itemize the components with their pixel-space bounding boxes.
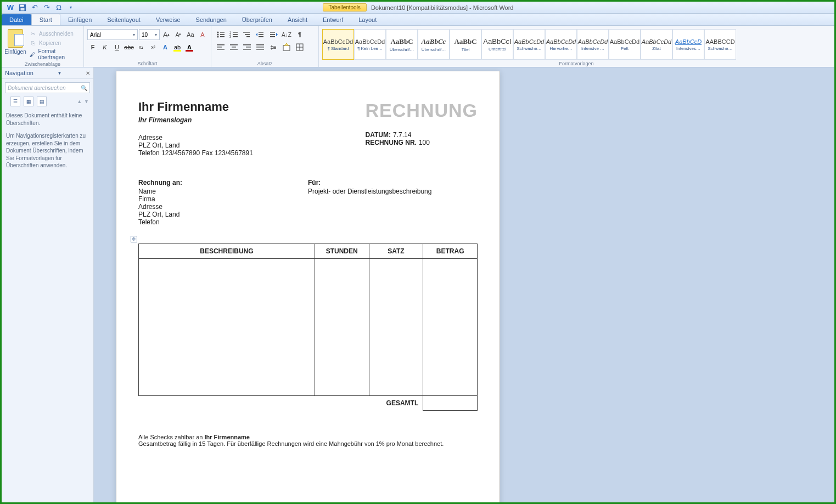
invoice-table[interactable]: ✥ BESCHREIBUNG STUNDEN SATZ BETRAG	[138, 243, 478, 411]
col-rate[interactable]: SATZ	[369, 244, 423, 259]
tab-mailings[interactable]: Sendungen	[188, 14, 234, 25]
align-left-button[interactable]	[215, 42, 227, 53]
for-block[interactable]: Für: Projekt- oder Dienstleistungsbeschr…	[308, 179, 478, 226]
symbol-button[interactable]: Ω	[53, 3, 64, 13]
style-name: Titel	[462, 47, 470, 52]
bullets-button[interactable]	[215, 29, 227, 40]
line-spacing-button[interactable]: ‡≡	[267, 42, 279, 53]
company-slogan[interactable]: Ihr Firmenslogan	[138, 116, 253, 124]
copy-button[interactable]: ⎘ Kopieren	[28, 38, 80, 47]
clear-formatting-button[interactable]: A	[197, 29, 208, 40]
save-button[interactable]	[17, 3, 28, 13]
cell-hours[interactable]	[315, 259, 369, 396]
table-move-handle-icon[interactable]: ✥	[131, 236, 137, 242]
borders-button[interactable]	[294, 42, 306, 53]
nav-prev-icon[interactable]: ▲	[77, 99, 82, 104]
invoice-meta[interactable]: DATUM: 7.7.14 RECHNUNG NR. 100	[366, 131, 478, 146]
cut-button[interactable]: ✂ Ausschneiden	[28, 29, 80, 38]
sort-button[interactable]: A↓Z	[280, 29, 293, 40]
company-name[interactable]: Ihr Firmenname	[138, 100, 253, 114]
col-amount[interactable]: BETRAG	[423, 244, 478, 259]
svg-rect-10	[233, 32, 238, 33]
bold-button[interactable]: F	[87, 42, 98, 53]
style-item-3[interactable]: AaBbCcÜberschrif…	[418, 29, 450, 60]
qat-customize-button[interactable]: ▾	[65, 3, 76, 13]
font-size-combo[interactable]: 10▾	[139, 29, 160, 40]
styles-gallery[interactable]: AaBbCcDd¶ StandardAaBbCcDd¶ Kein Lee…AaB…	[322, 27, 831, 60]
cell-amount[interactable]	[423, 259, 478, 396]
tab-references[interactable]: Verweise	[148, 14, 188, 25]
superscript-button[interactable]: x²	[148, 42, 159, 53]
increase-indent-button[interactable]	[267, 29, 279, 40]
cell-description[interactable]	[139, 259, 315, 396]
total-label[interactable]: GESAMTL	[369, 396, 423, 411]
style-item-8[interactable]: AaBbCcDdIntensive …	[577, 29, 609, 60]
grow-font-button[interactable]: A▴	[161, 29, 172, 40]
style-item-10[interactable]: AaBbCcDdZitat	[641, 29, 672, 60]
numbering-button[interactable]: 123	[228, 29, 240, 40]
cell-rate[interactable]	[369, 259, 423, 396]
format-painter-button[interactable]: 🖌 Format übertragen	[28, 48, 80, 61]
nav-next-icon[interactable]: ▼	[84, 99, 89, 104]
paste-button[interactable]: Einfügen	[5, 29, 26, 55]
nav-dropdown-icon[interactable]: ▼	[58, 71, 62, 76]
tab-layout[interactable]: Layout	[351, 14, 384, 25]
nav-search-input[interactable]: Dokument durchsuchen 🔍	[5, 82, 90, 93]
shrink-font-button[interactable]: A▾	[173, 29, 184, 40]
subscript-button[interactable]: x₂	[136, 42, 147, 53]
company-address[interactable]: Adresse PLZ Ort, Land Telefon 123/456789…	[138, 134, 253, 157]
col-hours[interactable]: STUNDEN	[315, 244, 369, 259]
style-item-12[interactable]: AABBCCDSchwache…	[704, 29, 736, 60]
nav-tab-pages[interactable]: ▦	[24, 97, 33, 106]
total-value[interactable]	[423, 396, 478, 411]
style-name: Untertitel	[489, 47, 506, 52]
decrease-indent-button[interactable]	[254, 29, 266, 40]
word-icon[interactable]: W	[5, 3, 16, 13]
group-styles: AaBbCcDd¶ StandardAaBbCcDd¶ Kein Lee…AaB…	[319, 26, 834, 67]
highlight-button[interactable]: ab	[172, 42, 183, 53]
style-item-5[interactable]: AaBbCcIUntertitel	[481, 29, 513, 60]
align-center-button[interactable]	[228, 42, 240, 53]
shading-button[interactable]	[280, 42, 293, 53]
style-item-7[interactable]: AaBbCcDdHervorhe…	[545, 29, 577, 60]
font-name-combo[interactable]: Arial▾	[87, 29, 138, 40]
align-right-button[interactable]	[241, 42, 253, 53]
tab-file[interactable]: Datei	[2, 14, 31, 25]
invoice-footer[interactable]: Alle Schecks zahlbar an Ihr Firmenname G…	[138, 434, 478, 447]
tab-design[interactable]: Entwurf	[315, 14, 351, 25]
style-item-4[interactable]: AaBbCTitel	[450, 29, 481, 60]
nav-close-button[interactable]: ✕	[86, 70, 90, 76]
style-item-2[interactable]: AaBbCÜberschrif…	[386, 29, 418, 60]
multilevel-list-button[interactable]	[241, 29, 253, 40]
page[interactable]: Ihr Firmenname Ihr Firmenslogan Adresse …	[116, 71, 500, 502]
change-case-button[interactable]: Aa	[185, 29, 196, 40]
style-item-11[interactable]: AaBbCcDIntensives…	[672, 29, 704, 60]
style-item-0[interactable]: AaBbCcDd¶ Standard	[322, 29, 354, 60]
underline-button[interactable]: U	[111, 42, 122, 53]
nav-tab-results[interactable]: ▤	[37, 97, 47, 106]
style-item-6[interactable]: AaBbCcDdSchwache…	[513, 29, 545, 60]
nav-tab-headings[interactable]: ☰	[10, 97, 20, 106]
text-effects-button[interactable]: A	[160, 42, 171, 53]
style-item-9[interactable]: AaBbCcDdFett	[609, 29, 641, 60]
redo-button[interactable]: ↷	[41, 3, 52, 13]
invoice-title[interactable]: RECHNUNG	[366, 100, 478, 121]
col-description[interactable]: BESCHREIBUNG	[139, 244, 315, 259]
show-marks-button[interactable]: ¶	[294, 29, 306, 40]
font-color-button[interactable]: A	[184, 42, 195, 53]
style-name: Hervorhe…	[550, 46, 573, 51]
tab-review[interactable]: Überprüfen	[234, 14, 280, 25]
tab-view[interactable]: Ansicht	[280, 14, 315, 25]
bill-to-block[interactable]: Rechnung an: Name Firma Adresse PLZ Ort,…	[138, 179, 308, 226]
italic-button[interactable]: K	[99, 42, 110, 53]
style-sample: AaBbCcDd	[514, 38, 544, 45]
undo-button[interactable]: ↶	[29, 3, 40, 13]
tab-insert[interactable]: Einfügen	[60, 14, 99, 25]
tab-home[interactable]: Start	[31, 14, 60, 25]
svg-point-5	[217, 34, 219, 36]
justify-button[interactable]	[254, 42, 266, 53]
style-item-1[interactable]: AaBbCcDd¶ Kein Lee…	[354, 29, 386, 60]
strikethrough-button[interactable]: abc	[124, 42, 134, 53]
document-area[interactable]: Ihr Firmenname Ihr Firmenslogan Adresse …	[94, 67, 834, 502]
tab-pagelayout[interactable]: Seitenlayout	[99, 14, 148, 25]
